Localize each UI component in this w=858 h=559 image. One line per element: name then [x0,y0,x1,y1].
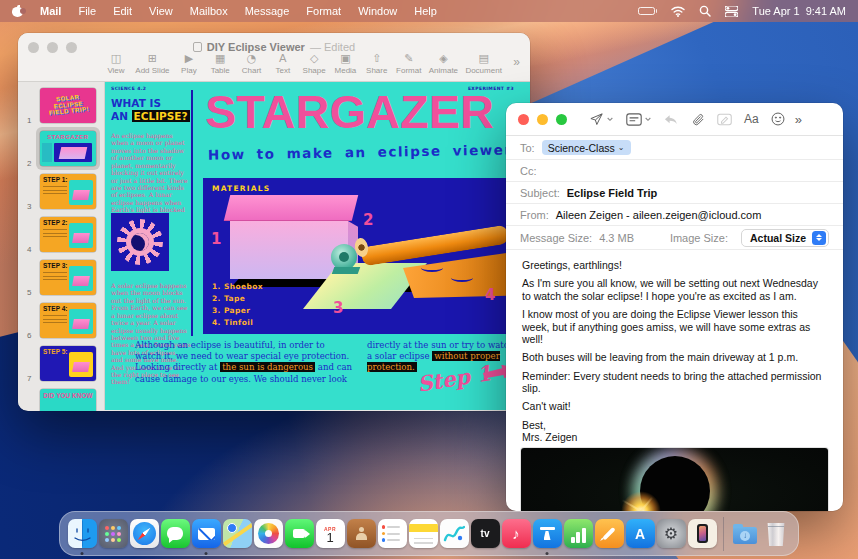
subject-value: Eclipse Field Trip [567,187,657,199]
toolbar-overflow-button[interactable]: » [795,112,802,127]
control-center-icon[interactable] [725,6,738,17]
dock-item-finder[interactable] [67,513,97,555]
close-button[interactable] [28,42,39,53]
to-field[interactable]: To: Science-Class⌄ [506,136,843,160]
menu-view[interactable]: View [149,5,173,17]
from-field[interactable]: From: Aileen Zeigen - aileen.zeigen@iclo… [506,204,843,226]
dock-item-iphone-mirroring[interactable] [687,513,717,555]
thumb-label: STEP 4: [43,305,67,312]
menu-window[interactable]: Window [358,5,397,17]
chevron-down-icon [644,115,652,123]
dock-item-mail[interactable] [191,513,221,555]
menu-message[interactable]: Message [245,5,290,17]
message-body[interactable]: Greetings, earthlings! As I'm sure you a… [506,250,843,444]
body-paragraph: Reminder: Every student needs to bring t… [522,370,827,395]
thumb-label: STEP 5: [43,348,67,355]
toolbar-table-button[interactable]: ▦Table [208,53,232,75]
toolbar-text-button[interactable]: AText [271,53,295,75]
slide-thumbnail-7[interactable]: STEP 5: [40,346,96,381]
message-size-label: Message Size: [520,232,592,244]
dock-item-maps[interactable] [222,513,252,555]
dock-item-messages[interactable] [160,513,190,555]
image-size-select[interactable]: Actual Size [741,229,829,247]
dock-item-appstore[interactable]: A [625,513,655,555]
slide-canvas[interactable]: SCIENCE 4.2 EXPERIMENT #3 WHAT IS AN ECL… [105,82,530,410]
markup-button[interactable] [717,113,732,126]
search-icon[interactable] [699,5,711,17]
toolbar-shape-button[interactable]: ◇Shape [302,53,326,75]
thumb-label: STEP 3: [43,262,67,269]
slide-thumbnail-2[interactable]: STARGAZER [40,131,96,166]
menu-app-name[interactable]: Mail [40,5,61,17]
dock-item-pages[interactable] [594,513,624,555]
dock-item-contacts[interactable] [346,513,376,555]
menu-format[interactable]: Format [306,5,341,17]
toolbar-view-button[interactable]: ◫View [104,53,128,75]
recipient-token[interactable]: Science-Class⌄ [542,140,631,155]
toolbar-play-button[interactable]: ▶Play [177,53,201,75]
dock-item-photos[interactable] [253,513,283,555]
toolbar-overflow-button[interactable]: » [513,55,520,69]
reply-button[interactable] [664,113,679,126]
keynote-titlebar[interactable]: DIY Eclipse Viewer — Edited ◫View ⊞Add S… [18,33,530,82]
subject-field[interactable]: Subject: Eclipse Field Trip [506,182,843,204]
menu-mailbox[interactable]: Mailbox [190,5,228,17]
thumb-label: SOLAR ECLIPSE FIELD TRIP! [40,88,96,118]
apple-menu-icon[interactable] [12,5,23,17]
dock-item-tv[interactable]: tv [470,513,500,555]
body-paragraph: I know most of you are doing the Eclipse… [522,308,827,345]
cc-field[interactable]: Cc: [506,160,843,182]
dock-item-keynote[interactable] [532,513,562,555]
dock-item-notes[interactable] [408,513,438,555]
dock-item-calendar[interactable]: APR1 [315,513,345,555]
dock-item-safari[interactable] [129,513,159,555]
send-button[interactable] [589,112,614,127]
slide-thumbnail-5[interactable]: STEP 3: [40,260,96,295]
dock-item-launchpad[interactable] [98,513,128,555]
zoom-button[interactable] [66,42,77,53]
format-button[interactable]: Aa [744,112,759,126]
mail-titlebar[interactable]: Aa » [506,103,843,136]
zoom-button[interactable] [556,114,567,125]
attach-button[interactable] [691,112,705,127]
downloads-folder-icon: ↓ [731,519,760,548]
dock-item-settings[interactable]: ⚙ [656,513,686,555]
slide-thumbnail-8[interactable]: DID YOU KNOW [40,389,96,411]
cc-label: Cc: [520,165,537,177]
menu-file[interactable]: File [78,5,96,17]
close-button[interactable] [518,114,529,125]
slide-thumbnail-1[interactable]: SOLAR ECLIPSE FIELD TRIP! [40,88,96,123]
dock-item-trash[interactable] [761,513,791,555]
toolbar-animate-button[interactable]: ◈Animate [429,53,458,75]
from-value: Aileen Zeigen - aileen.zeigen@icloud.com [556,209,762,221]
toolbar-add-slide-button[interactable]: ⊞Add Slide [135,53,169,75]
toolbar-format-button[interactable]: ✎Format [396,53,421,75]
add-slide-icon: ⊞ [148,53,157,65]
menu-edit[interactable]: Edit [113,5,132,17]
dock-item-reminders[interactable] [377,513,407,555]
minimize-button[interactable] [537,114,548,125]
toolbar-chart-button[interactable]: ◔Chart [240,53,264,75]
dock-item-facetime[interactable] [284,513,314,555]
tinfoil-sheet [403,252,513,298]
header-fields-button[interactable] [626,113,652,126]
dock-item-numbers[interactable] [563,513,593,555]
toolbar-document-button[interactable]: ▤Document [465,53,501,75]
toolbar-share-button[interactable]: ⇧Share [365,53,389,75]
dock-item-music[interactable]: ♪ [501,513,531,555]
slide-thumbnail-6[interactable]: STEP 4: [40,303,96,338]
slide-thumbnail-3[interactable]: STEP 1: [40,174,96,209]
minimize-button[interactable] [47,42,58,53]
body-paragraph: Can't wait! [522,400,827,412]
menu-clock[interactable]: Tue Apr 19:41 AM [752,5,846,17]
dock-item-downloads[interactable]: ↓ [730,513,760,555]
wifi-icon[interactable] [671,6,685,17]
dock-item-freeform[interactable] [439,513,469,555]
format-icon: ✎ [404,53,413,65]
slide-thumbnail-4[interactable]: STEP 2: [40,217,96,252]
toolbar-media-button[interactable]: ▣Media [333,53,357,75]
eclipse-photo-attachment[interactable] [521,448,828,512]
battery-icon[interactable] [638,7,658,15]
emoji-button[interactable] [771,112,785,126]
menu-help[interactable]: Help [414,5,437,17]
